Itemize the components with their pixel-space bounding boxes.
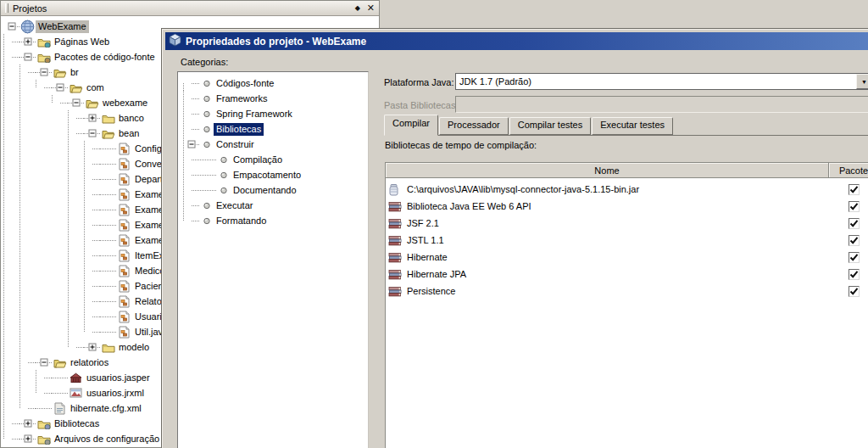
expand-handle-icon[interactable] bbox=[19, 416, 36, 431]
tree-guide bbox=[84, 324, 100, 339]
tree-guide bbox=[3, 80, 19, 95]
tree-guide bbox=[36, 95, 52, 110]
expand-handle-icon[interactable] bbox=[3, 19, 19, 34]
tree-guide bbox=[19, 400, 36, 416]
package-checkbox[interactable] bbox=[849, 184, 860, 195]
library-row-hibernate[interactable]: Hibernate bbox=[386, 249, 868, 266]
tree-item-label: WebExame bbox=[36, 20, 89, 33]
tree-guide bbox=[19, 324, 36, 339]
fopen-icon bbox=[100, 128, 116, 139]
tree-connector bbox=[100, 324, 116, 339]
project-properties-dialog: Propriedades do projeto - WebExame Categ… bbox=[161, 28, 868, 448]
expand-handle-icon[interactable] bbox=[19, 34, 36, 49]
expand-handle-icon[interactable] bbox=[52, 80, 68, 95]
expand-handle-icon[interactable] bbox=[36, 64, 52, 80]
projects-panel-titlebar: Projetos ◆ ✕ bbox=[1, 1, 379, 16]
tree-guide bbox=[36, 156, 52, 171]
tree-connector bbox=[100, 156, 116, 171]
expand-handle-icon[interactable] bbox=[84, 339, 100, 355]
library-row-jstl-1-1[interactable]: JSTL 1.1 bbox=[386, 232, 868, 249]
fopen-icon bbox=[52, 67, 68, 78]
category-frameworks[interactable]: Frameworks bbox=[183, 91, 368, 106]
java-platform-label: Plataforma Java: bbox=[384, 77, 454, 87]
tree-guide bbox=[3, 431, 19, 446]
tree-guide bbox=[84, 202, 100, 217]
folder-web-icon bbox=[36, 36, 52, 48]
tree-guide bbox=[3, 385, 19, 400]
category-documentando[interactable]: Documentando bbox=[183, 182, 368, 198]
library-row-biblioteca-java-ee-web-6-api[interactable]: Biblioteca Java EE Web 6 API bbox=[386, 198, 868, 215]
expand-handle-icon[interactable] bbox=[84, 110, 100, 126]
tree-guide bbox=[19, 339, 36, 355]
library-row-persistence[interactable]: Persistence bbox=[386, 283, 868, 300]
tree-guide bbox=[36, 141, 52, 156]
tree-guide bbox=[3, 232, 19, 248]
tree-item-label: Arquivos de configuração bbox=[52, 433, 162, 445]
tree-guide bbox=[3, 171, 19, 187]
tab-compilar-testes[interactable]: Compilar testes bbox=[509, 117, 591, 135]
tree-connector bbox=[100, 309, 116, 324]
bullet-icon bbox=[200, 110, 214, 118]
tree-guide bbox=[19, 156, 36, 171]
tree-guide bbox=[52, 339, 68, 355]
tree-guide bbox=[19, 263, 36, 278]
expand-handle-icon[interactable] bbox=[36, 355, 52, 370]
tab-executar-testes[interactable]: Executar testes bbox=[592, 117, 673, 135]
tree-guide bbox=[68, 156, 84, 171]
expand-handle-icon[interactable] bbox=[19, 431, 36, 446]
combo-dropdown-arrow-icon[interactable]: ▼ bbox=[856, 74, 868, 89]
tree-guide bbox=[3, 64, 19, 80]
category-empacotamento[interactable]: Empacotamento bbox=[183, 167, 368, 182]
tree-guide bbox=[19, 355, 36, 370]
class-icon bbox=[116, 219, 132, 232]
expand-handle-icon[interactable] bbox=[19, 49, 36, 64]
books-icon bbox=[388, 269, 402, 280]
tree-guide bbox=[3, 187, 19, 202]
package-checkbox[interactable] bbox=[849, 218, 860, 229]
java-platform-select[interactable]: JDK 1.7 (Padrão) ▼ bbox=[455, 73, 868, 90]
package-checkbox[interactable] bbox=[849, 235, 860, 246]
tab-compilar[interactable]: Compilar bbox=[384, 115, 438, 136]
class-icon bbox=[116, 295, 132, 308]
package-checkbox[interactable] bbox=[849, 201, 860, 212]
tree-guide bbox=[52, 110, 68, 126]
package-checkbox[interactable] bbox=[849, 286, 860, 297]
library-name: Persistence bbox=[407, 286, 829, 296]
tab-processador[interactable]: Processador bbox=[439, 117, 509, 135]
libraries-table-body: C:\arquivos\JAVA\lib\mysql-connector-jav… bbox=[386, 178, 868, 300]
category-compila-o[interactable]: Compilação bbox=[183, 152, 368, 167]
category-c-digos-fonte[interactable]: Códigos-fonte bbox=[183, 76, 368, 91]
expand-handle-icon[interactable] bbox=[84, 126, 100, 141]
tree-guide bbox=[68, 187, 84, 202]
package-checkbox[interactable] bbox=[849, 269, 860, 280]
class-icon bbox=[116, 280, 132, 293]
category-bibliotecas[interactable]: Bibliotecas bbox=[183, 121, 368, 137]
tree-guide bbox=[19, 141, 36, 156]
library-row-jsf-2-1[interactable]: JSF 2.1 bbox=[386, 215, 868, 232]
library-row-c-arquivos-java-lib-mysql-connector-java[interactable]: C:\arquivos\JAVA\lib\mysql-connector-jav… bbox=[386, 181, 868, 198]
tree-connector bbox=[52, 370, 68, 385]
bullet-icon bbox=[200, 141, 214, 148]
panel-pin-icon[interactable]: ◆ bbox=[355, 5, 360, 12]
package-checkbox[interactable] bbox=[849, 252, 860, 263]
category-spring-framework[interactable]: Spring Framework bbox=[183, 106, 368, 121]
category-construir[interactable]: Construir bbox=[183, 137, 368, 152]
compile-libraries-label: Bibliotecas de tempo de compilação: bbox=[385, 140, 537, 150]
tree-connector bbox=[200, 182, 217, 198]
tree-guide bbox=[52, 232, 68, 248]
xmlpage-icon bbox=[52, 402, 68, 415]
tree-guide bbox=[19, 80, 36, 95]
category-formatando[interactable]: Formatando bbox=[183, 213, 368, 228]
library-row-hibernate-jpa[interactable]: Hibernate JPA bbox=[386, 266, 868, 283]
expand-handle-icon[interactable] bbox=[183, 137, 200, 152]
tree-connector bbox=[100, 263, 116, 278]
panel-close-icon[interactable]: ✕ bbox=[367, 3, 375, 13]
category-executar[interactable]: Executar bbox=[183, 198, 368, 213]
library-name: JSTL 1.1 bbox=[407, 235, 829, 245]
tree-connector bbox=[100, 217, 116, 232]
package-cell bbox=[829, 269, 868, 280]
books-icon bbox=[388, 201, 402, 212]
tree-connector bbox=[100, 294, 116, 309]
tree-guide bbox=[19, 385, 36, 400]
expand-handle-icon[interactable] bbox=[68, 95, 84, 110]
